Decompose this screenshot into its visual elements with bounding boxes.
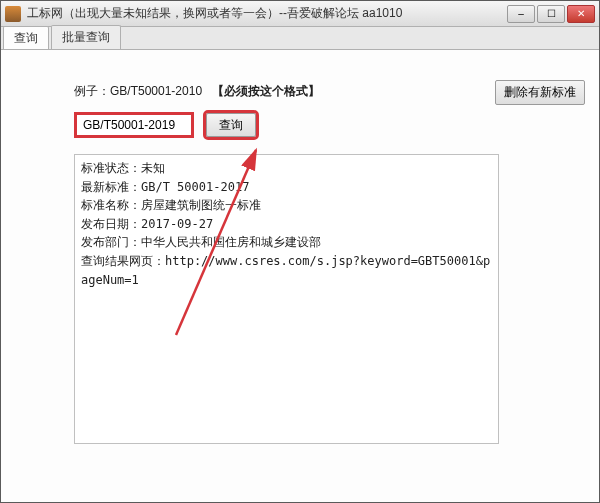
window-title: 工标网（出现大量未知结果，换网或者等一会）--吾爱破解论坛 aa1010 xyxy=(27,5,507,22)
query-panel: 例子：GB/T50001-2010 【必须按这个格式】 查询 标准状态：未知 最… xyxy=(74,83,504,444)
standard-code-input[interactable] xyxy=(74,112,194,138)
example-row: 例子：GB/T50001-2010 【必须按这个格式】 xyxy=(74,83,504,100)
app-window: 工标网（出现大量未知结果，换网或者等一会）--吾爱破解论坛 aa1010 查询 … xyxy=(0,0,600,503)
tab-query[interactable]: 查询 xyxy=(3,26,49,50)
result-line-dept: 发布部门：中华人民共和国住房和城乡建设部 xyxy=(81,233,492,252)
minimize-button[interactable] xyxy=(507,5,535,23)
tab-batch-query[interactable]: 批量查询 xyxy=(51,25,121,49)
close-button[interactable] xyxy=(567,5,595,23)
result-textarea[interactable]: 标准状态：未知 最新标准：GB/T 50001-2017 标准名称：房屋建筑制图… xyxy=(74,154,499,444)
window-controls xyxy=(507,5,595,23)
result-line-name: 标准名称：房屋建筑制图统一标准 xyxy=(81,196,492,215)
example-label: 例子： xyxy=(74,84,110,98)
delete-new-standard-button[interactable]: 删除有新标准 xyxy=(495,80,585,105)
content-area: 删除有新标准 例子：GB/T50001-2010 【必须按这个格式】 查询 标准… xyxy=(1,49,599,502)
tab-bar: 查询 批量查询 xyxy=(1,27,599,49)
titlebar: 工标网（出现大量未知结果，换网或者等一会）--吾爱破解论坛 aa1010 xyxy=(1,1,599,27)
result-line-status: 标准状态：未知 xyxy=(81,159,492,178)
app-icon xyxy=(5,6,21,22)
result-line-latest: 最新标准：GB/T 50001-2017 xyxy=(81,178,492,197)
result-line-url: 查询结果网页：http://www.csres.com/s.jsp?keywor… xyxy=(81,252,492,289)
result-line-date: 发布日期：2017-09-27 xyxy=(81,215,492,234)
maximize-button[interactable] xyxy=(537,5,565,23)
example-hint: 【必须按这个格式】 xyxy=(212,84,320,98)
example-value: GB/T50001-2010 xyxy=(110,84,202,98)
input-row: 查询 xyxy=(74,112,504,138)
query-button[interactable]: 查询 xyxy=(206,113,256,137)
